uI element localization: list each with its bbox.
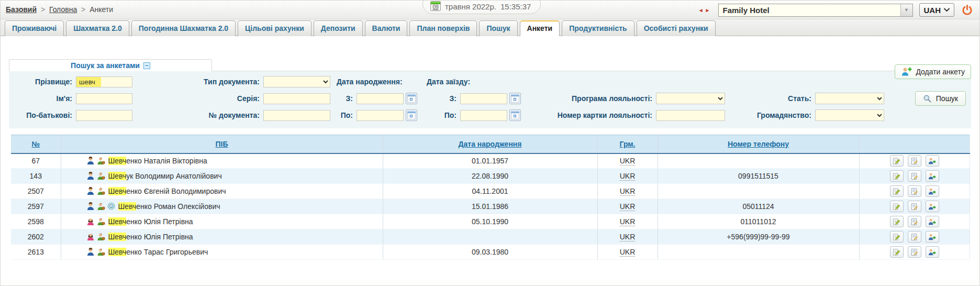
checkin-guest-button[interactable] [926, 216, 939, 227]
edit-anketa-button[interactable] [890, 185, 904, 197]
table-row[interactable]: 67 [11, 153, 970, 169]
middle-name-input[interactable] [76, 110, 132, 121]
calendar-picker-icon[interactable] [509, 109, 521, 121]
edit-form-button[interactable] [908, 246, 921, 258]
checkin-guest-button[interactable] [926, 155, 939, 167]
tab-shakhmatka-2[interactable]: Шахматка 2.0 [66, 20, 129, 36]
row-citizenship-cell: UKR [597, 153, 658, 169]
sort-num-link[interactable]: № [31, 140, 40, 148]
currency-selector[interactable]: UAH [919, 3, 955, 17]
arrival-to-input[interactable] [460, 110, 507, 121]
sort-birth-link[interactable]: Дата народження [459, 140, 522, 148]
companion-icon [97, 172, 105, 180]
middle-name-label: По-батькові: [14, 111, 76, 119]
calendar-picker-icon[interactable] [509, 93, 521, 104]
table-row[interactable]: 2613 [11, 245, 970, 260]
sort-phone-link[interactable]: Номер телефону [728, 140, 789, 148]
row-name-cell: 0 Шевченко Наталія Вікторівна [61, 153, 383, 169]
birth-from-input[interactable] [357, 93, 404, 104]
edit-form-button[interactable] [908, 155, 921, 167]
citizenship-abbr: UKR [620, 217, 636, 226]
tab-poshuk[interactable]: Пошук [479, 20, 517, 36]
datetime-display: 09 травня 2022р. 15:35:37 [422, 0, 541, 14]
sort-grm-link[interactable]: Грм. [619, 140, 635, 148]
logout-power-button[interactable] [961, 4, 973, 16]
breadcrumb-link-base[interactable]: Базовий [6, 5, 37, 14]
table-row[interactable]: 2597 [11, 199, 970, 214]
tab-prozhyvaiuchi[interactable]: Проживаючі [5, 20, 64, 36]
name-rest: ук Володимир Анатолійович [126, 172, 221, 180]
hotel-selector[interactable]: Family Hotel ▼ [718, 4, 913, 17]
calendar-picker-icon[interactable] [406, 93, 417, 104]
add-anketa-button[interactable]: Додати анкету [895, 64, 971, 79]
birth-to-group [357, 109, 420, 121]
checkin-guest-button[interactable] [926, 170, 939, 182]
tab-depozyty[interactable]: Депозити [314, 20, 363, 36]
checkin-guest-button[interactable] [926, 246, 939, 258]
checkin-person-icon [928, 172, 936, 180]
collapse-arrows-icon[interactable]: ◄► [698, 7, 712, 13]
calendar-icon: 09 [430, 1, 441, 11]
birth-date-group-label: Дата народження: [330, 78, 420, 86]
tab-tsilovi-rakhunky[interactable]: Цільові рахунки [238, 20, 311, 36]
row-number-cell: 2507 [11, 184, 61, 199]
search-button[interactable]: Пошук [915, 91, 966, 106]
name-highlight: Шевч [108, 217, 127, 226]
sort-name-link[interactable]: ПІБ [215, 140, 228, 148]
edit-anketa-button[interactable] [890, 201, 904, 212]
edit-pencil-icon [893, 172, 900, 180]
tab-produktyvnist[interactable]: Продуктивність [562, 20, 634, 36]
arrival-from-input[interactable] [460, 93, 507, 104]
collapse-minus-icon[interactable]: − [143, 62, 150, 69]
row-birth-cell: 22.08.1990 [383, 169, 597, 184]
arrival-to-group [460, 109, 524, 121]
row-birth-cell [383, 229, 597, 245]
loyalty-program-select[interactable] [656, 93, 725, 104]
row-phone-cell [658, 184, 859, 199]
row-phone-cell [658, 153, 859, 169]
tab-osobysti-rakhunky[interactable]: Особисті рахунки [637, 20, 716, 36]
birth-from-label: З: [330, 94, 357, 103]
citizenship-select[interactable] [815, 109, 884, 121]
tab-plan-poverkhiv[interactable]: План поверхів [409, 20, 477, 36]
edit-form-button[interactable] [908, 185, 921, 197]
tab-pogodynna-shakhmatka[interactable]: Погодинна Шахматка 2.0 [131, 20, 236, 36]
table-row[interactable]: 2602 [11, 229, 970, 245]
row-icons: 0 [86, 217, 105, 226]
doc-number-input[interactable] [263, 110, 330, 121]
edit-anketa-button[interactable] [890, 170, 904, 182]
power-icon [961, 4, 973, 16]
citizenship-abbr: UKR [620, 157, 636, 166]
calendar-picker-icon[interactable] [406, 109, 417, 121]
edit-form-button[interactable] [908, 201, 921, 212]
edit-anketa-button[interactable] [890, 246, 904, 258]
checkin-guest-button[interactable] [926, 185, 939, 197]
edit-form-button[interactable] [908, 170, 921, 182]
gender-select[interactable] [815, 93, 884, 104]
tab-ankety[interactable]: Анкети [520, 20, 560, 36]
tab-valiuty[interactable]: Валюти [365, 20, 408, 36]
search-panel-title: Пошук за анкетами [71, 61, 140, 70]
edit-anketa-button[interactable] [890, 231, 904, 243]
birth-to-input[interactable] [357, 110, 404, 121]
table-row[interactable]: 143 [11, 169, 970, 184]
edit-form-button[interactable] [908, 216, 921, 227]
table-row[interactable]: 2598 [11, 214, 970, 229]
table-row[interactable]: 2507 [11, 184, 970, 199]
citizenship-abbr: UKR [620, 202, 636, 211]
first-name-input[interactable] [76, 93, 132, 104]
breadcrumb-link-home[interactable]: Головна [49, 5, 77, 14]
gender-label: Стать: [725, 94, 815, 103]
loyalty-card-input[interactable] [656, 110, 725, 121]
series-input[interactable] [263, 93, 330, 104]
doc-type-select[interactable] [263, 76, 330, 87]
edit-anketa-button[interactable] [890, 216, 904, 227]
edit-form-button[interactable] [908, 231, 921, 243]
chevron-down-icon[interactable]: ▼ [900, 4, 912, 16]
checkin-guest-button[interactable] [926, 231, 939, 243]
edit-anketa-button[interactable] [890, 155, 904, 167]
row-icons: 0 [86, 248, 105, 256]
checkin-guest-button[interactable] [926, 201, 939, 212]
edit-form-icon [910, 218, 918, 226]
last-name-input[interactable] [76, 76, 132, 87]
